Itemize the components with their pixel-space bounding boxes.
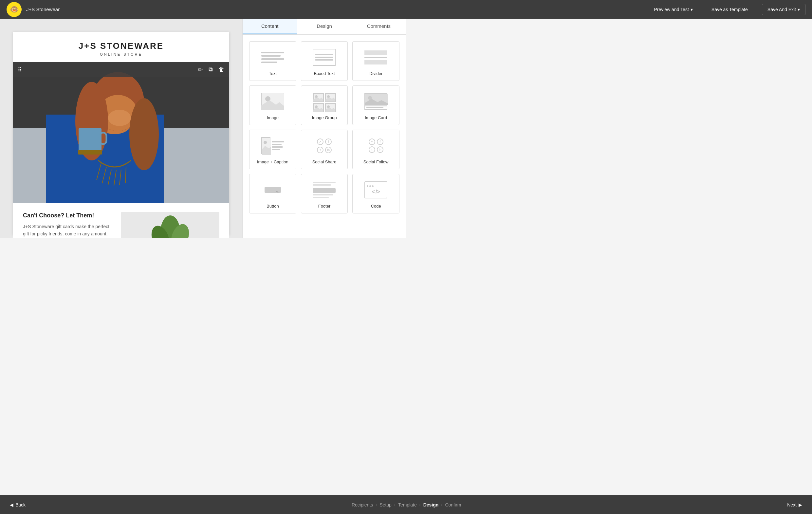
tab-comments[interactable]: Comments <box>352 19 406 34</box>
duplicate-icon[interactable]: ⧉ <box>209 66 213 73</box>
toolbar-actions: ✏ ⧉ 🗑 <box>198 66 225 73</box>
block-item-image-card[interactable]: Image Card <box>352 85 400 125</box>
block-label-social-follow: Social Follow <box>364 160 389 164</box>
btn-shape: ↖ <box>265 187 281 193</box>
block-toolbar: ⠿ ✏ ⧉ 🗑 <box>13 62 229 77</box>
social-row-1: ↗ f <box>317 139 332 145</box>
block-item-boxed-text[interactable]: Boxed Text <box>301 41 348 81</box>
image-card-icon <box>365 93 387 110</box>
block-item-social-follow[interactable]: + f t in Social Follow <box>352 130 400 169</box>
image-group-icon <box>313 93 336 110</box>
icon-line <box>315 57 333 58</box>
svg-point-36 <box>264 141 267 144</box>
image-block-icon <box>260 92 286 111</box>
cap-img-svg <box>262 138 271 155</box>
block-label-image-group: Image Group <box>312 115 337 120</box>
hero-image-block[interactable]: ⠿ ✏ ⧉ 🗑 <box>13 62 229 203</box>
block-label-boxed-text: Boxed Text <box>314 71 335 76</box>
thumb4-svg <box>325 104 335 112</box>
card-line <box>367 107 383 108</box>
block-item-image[interactable]: Image <box>249 85 296 125</box>
thumb2-svg <box>325 94 335 102</box>
edit-icon[interactable]: ✏ <box>198 66 203 73</box>
image-group-block-icon <box>311 92 337 111</box>
icon-line <box>261 61 277 63</box>
block-item-img-caption[interactable]: Image + Caption <box>249 130 296 169</box>
canvas-area[interactable]: J+S STONEWARE ONLINE STORE ⠿ ✏ ⧉ 🗑 <box>0 19 242 238</box>
text-block-icon <box>260 48 286 67</box>
li-follow-circle: in <box>377 146 383 153</box>
block-item-code[interactable]: < /> Code <box>352 174 400 213</box>
tab-design[interactable]: Design <box>297 19 351 34</box>
email-canvas: J+S STONEWARE ONLINE STORE ⠿ ✏ ⧉ 🗑 <box>13 32 229 235</box>
img-caption-block-icon <box>260 136 286 155</box>
li-icon-circle: in <box>325 147 332 153</box>
content-block: Can't Choose? Let Them! J+S Stoneware gi… <box>13 203 229 238</box>
block-item-button[interactable]: ↖ Button <box>249 174 296 213</box>
tab-content[interactable]: Content <box>242 19 297 34</box>
block-label-text: Text <box>269 71 277 76</box>
fb-icon-circle: f <box>325 139 332 145</box>
block-item-image-group[interactable]: Image Group <box>301 85 348 125</box>
thumb3-svg <box>313 104 323 112</box>
hero-photo-svg <box>13 62 229 203</box>
icon-line <box>261 58 284 60</box>
social-follow-icon: + f t in <box>365 137 387 154</box>
svg-point-6 <box>108 110 131 126</box>
thumb1-svg <box>313 94 323 102</box>
card-line <box>367 109 380 110</box>
block-label-social-share: Social Share <box>312 160 337 164</box>
footer-line <box>313 184 331 185</box>
card-img-svg <box>365 94 388 105</box>
divider-icon <box>365 49 387 66</box>
plant-svg <box>121 212 220 238</box>
content-title: Can't Choose? Let Them! <box>23 212 115 219</box>
blocks-grid: Text Boxed Text <box>249 41 400 213</box>
code-dots <box>365 185 374 187</box>
cap-line <box>272 146 283 148</box>
text-icon <box>261 49 284 66</box>
icon-line <box>315 59 333 61</box>
share-icon-circle: ↗ <box>317 139 323 145</box>
code-block-icon: < /> <box>363 180 389 200</box>
block-item-text[interactable]: Text <box>249 41 296 81</box>
svg-point-8 <box>129 98 159 170</box>
social-row-2: t in <box>317 147 332 153</box>
footer-line <box>313 197 329 198</box>
card-image <box>365 94 387 106</box>
cap-line <box>272 144 282 145</box>
block-label-button: Button <box>266 204 279 208</box>
lt-bracket: < <box>372 189 375 195</box>
button-block-icon: ↖ <box>260 180 286 200</box>
divider-block-icon <box>363 48 389 67</box>
content-text: Can't Choose? Let Them! J+S Stoneware gi… <box>23 212 115 238</box>
cap-line <box>272 149 280 150</box>
footer-icon <box>313 181 336 198</box>
code-icon: < /> <box>365 181 387 198</box>
block-item-social-share[interactable]: ↗ f t in Social Share <box>301 130 348 169</box>
divider-line <box>365 57 387 58</box>
delete-icon[interactable]: 🗑 <box>219 66 225 73</box>
divider-bot <box>365 60 387 64</box>
rt-bracket: /> <box>376 189 380 195</box>
boxed-text-block-icon <box>311 48 337 67</box>
button-icon-inner: ↖ <box>265 187 281 193</box>
footer-line <box>313 194 333 196</box>
right-panel: Content Design Comments <box>242 19 406 238</box>
icon-line <box>315 54 333 55</box>
block-label-image: Image <box>267 115 279 120</box>
cursor-icon: ↖ <box>276 190 279 194</box>
block-label-divider: Divider <box>369 71 382 76</box>
code-dot-1 <box>367 185 368 187</box>
drag-handle-icon[interactable]: ⠿ <box>18 66 22 73</box>
block-item-footer[interactable]: Footer <box>301 174 348 213</box>
button-icon: ↖ <box>261 181 284 198</box>
social-follow-row-1: + f <box>369 139 383 145</box>
thumb1 <box>313 93 324 102</box>
footer-block-icon <box>311 180 337 200</box>
block-item-divider[interactable]: Divider <box>352 41 400 81</box>
code-dot-2 <box>369 185 371 187</box>
block-label-image-card: Image Card <box>365 115 387 120</box>
content-image <box>121 212 220 238</box>
email-header: J+S STONEWARE ONLINE STORE <box>13 32 229 62</box>
